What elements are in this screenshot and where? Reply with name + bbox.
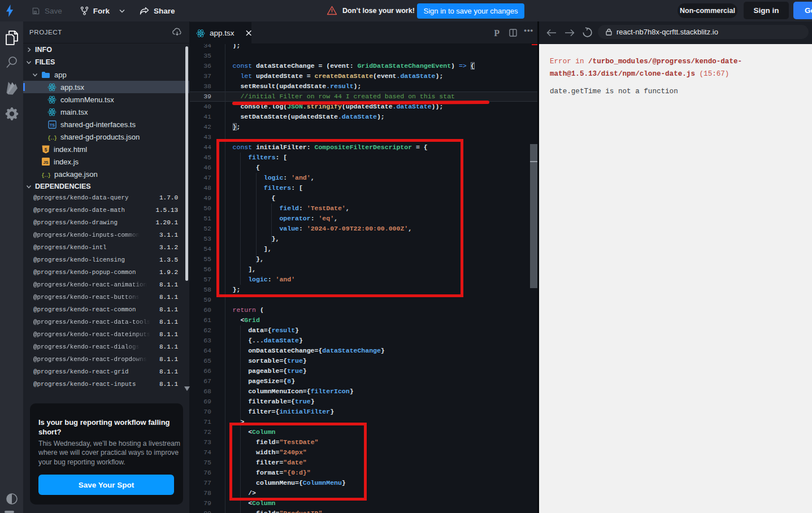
svg-text:TS: TS: [50, 123, 55, 127]
svg-text:{..}: {..}: [42, 172, 51, 178]
svg-text:JS: JS: [43, 160, 48, 165]
svg-text:{..}: {..}: [48, 135, 57, 141]
svg-text:5: 5: [45, 146, 47, 152]
